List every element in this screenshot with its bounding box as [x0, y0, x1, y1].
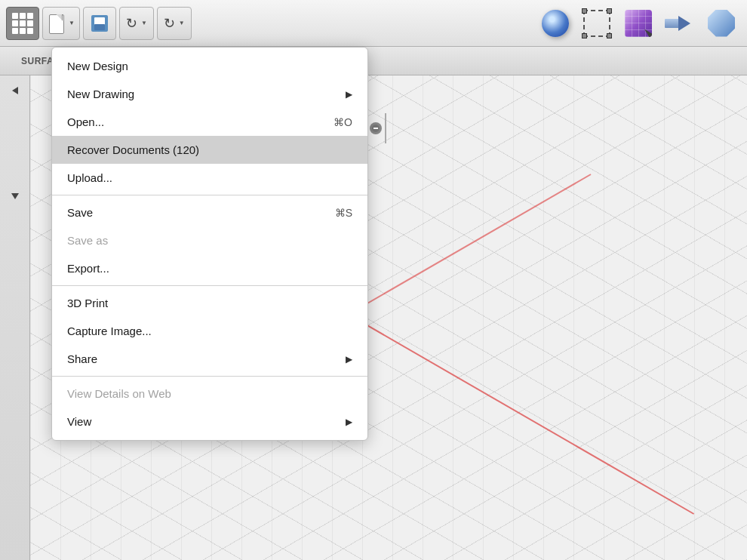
menu-item-upload-label: Upload...	[67, 171, 112, 184]
menu-item-view[interactable]: View ▶	[52, 408, 367, 435]
file-dropdown-menu: New Design New Drawing ▶ Open... ⌘O Reco…	[51, 47, 368, 441]
redo-button[interactable]: ↻ ▼	[157, 7, 192, 40]
menu-item-view-label: View	[67, 415, 91, 428]
arrow-tool-button[interactable]	[660, 4, 699, 43]
menu-item-view-details[interactable]: View Details on Web	[52, 380, 367, 408]
redo-icon: ↻	[164, 15, 175, 32]
save-button[interactable]	[83, 7, 116, 40]
arrow-head	[678, 16, 690, 31]
apps-grid-button[interactable]	[6, 7, 39, 40]
grid-icon	[12, 13, 33, 34]
sel-dot-tr	[607, 8, 612, 14]
left-panel	[0, 75, 30, 560]
menu-item-recover-label: Recover Documents (120)	[67, 143, 199, 156]
save-icon	[91, 15, 108, 32]
separator-1	[52, 195, 367, 195]
minus-icon	[372, 125, 380, 132]
mesh-cube-icon	[625, 10, 652, 37]
menu-item-3d-print-label: 3D Print	[67, 297, 108, 309]
menu-item-capture-image-label: Capture Image...	[67, 325, 152, 337]
undo-icon: ↺	[126, 15, 137, 32]
new-drawing-submenu-arrow: ▶	[346, 89, 352, 100]
select-box-icon	[583, 10, 610, 37]
sel-dot-bl	[582, 33, 587, 38]
menu-item-recover-documents[interactable]: Recover Documents (120)	[52, 136, 367, 164]
arrow-body	[665, 16, 690, 31]
collapse-panel-button[interactable]	[6, 82, 24, 100]
undo-button[interactable]: ↺ ▼	[119, 7, 154, 40]
menu-item-upload[interactable]: Upload...	[52, 164, 367, 192]
file-icon	[48, 13, 66, 34]
file-menu-button[interactable]: ▼	[42, 7, 80, 40]
sphere-icon	[542, 10, 569, 37]
panel-expand-arrow-icon	[11, 193, 19, 199]
scroll-indicator	[370, 121, 430, 136]
scroll-minus-button[interactable]	[370, 122, 382, 134]
sel-dot-tl	[582, 8, 587, 14]
panel-expand-button[interactable]	[11, 193, 19, 199]
menu-item-share-label: Share	[67, 352, 97, 365]
undo-dropdown-arrow: ▼	[141, 20, 147, 26]
sphere-tool-button[interactable]	[536, 4, 575, 43]
menu-item-save-shortcut: ⌘S	[335, 207, 352, 219]
redo-dropdown-arrow: ▼	[179, 20, 185, 26]
separator-3	[52, 376, 367, 377]
mesh-tool-button[interactable]	[619, 4, 658, 43]
blue-shape-icon	[708, 10, 735, 37]
menu-item-open-shortcut: ⌘O	[334, 116, 352, 128]
panel-collapse-arrow-icon	[12, 87, 18, 94]
file-dropdown-arrow: ▼	[69, 20, 75, 26]
menu-item-save-label: Save	[67, 206, 93, 219]
menu-item-new-design[interactable]: New Design	[52, 52, 367, 80]
svg-rect-1	[374, 128, 378, 129]
select-tool-button[interactable]	[577, 4, 616, 43]
separator-2	[52, 285, 367, 286]
menu-item-new-drawing[interactable]: New Drawing ▶	[52, 80, 367, 108]
open-cmd-symbol: ⌘O	[334, 116, 352, 128]
menu-item-export-label: Export...	[67, 262, 109, 275]
menu-item-share[interactable]: Share ▶	[52, 345, 367, 373]
arrow-3d-icon	[665, 10, 695, 37]
menu-item-save-as[interactable]: Save as	[52, 226, 367, 254]
menu-item-open[interactable]: Open... ⌘O	[52, 108, 367, 136]
main-toolbar: ▼ ↺ ▼ ↻ ▼	[0, 0, 747, 47]
menu-item-view-details-label: View Details on Web	[67, 387, 171, 400]
menu-item-save-as-label: Save as	[67, 234, 108, 247]
view-submenu-arrow: ▶	[346, 417, 352, 427]
scroll-track	[385, 113, 386, 143]
menu-item-new-drawing-label: New Drawing	[67, 88, 134, 100]
arrow-shaft	[665, 19, 678, 28]
menu-item-export[interactable]: Export...	[52, 254, 367, 282]
menu-item-capture-image[interactable]: Capture Image...	[52, 317, 367, 345]
sel-dot-br	[607, 33, 612, 38]
menu-item-open-label: Open...	[67, 115, 104, 128]
share-submenu-arrow: ▶	[346, 354, 352, 365]
toolbar-right-icons	[536, 4, 741, 43]
menu-item-save[interactable]: Save ⌘S	[52, 198, 367, 226]
shape-tool-button[interactable]	[702, 4, 741, 43]
menu-item-new-design-label: New Design	[67, 60, 128, 72]
menu-item-3d-print[interactable]: 3D Print	[52, 289, 367, 317]
